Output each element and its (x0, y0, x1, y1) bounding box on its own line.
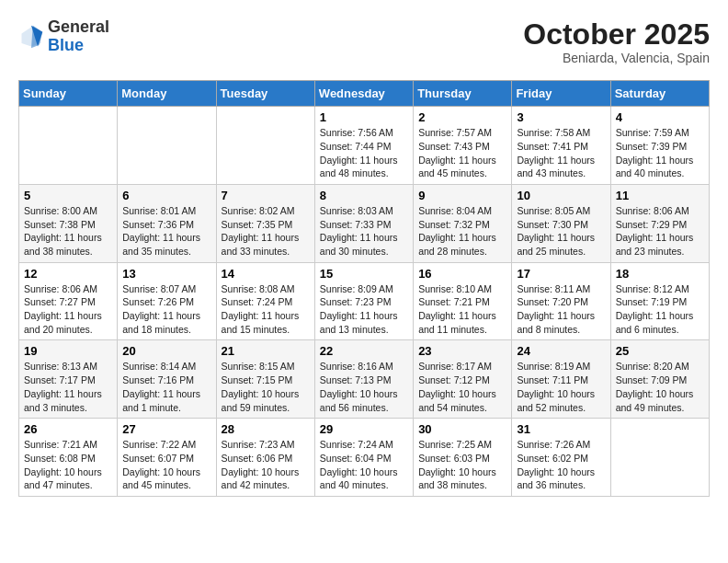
calendar-cell: 6Sunrise: 8:01 AMSunset: 7:36 PMDaylight… (118, 184, 216, 262)
day-number: 31 (517, 422, 605, 436)
logo-general: General (48, 18, 109, 37)
calendar-cell: 15Sunrise: 8:09 AMSunset: 7:23 PMDayligh… (314, 262, 413, 340)
calendar-cell: 13Sunrise: 8:07 AMSunset: 7:26 PMDayligh… (118, 262, 216, 340)
cell-info: Sunrise: 8:16 AMSunset: 7:13 PMDaylight:… (320, 360, 408, 414)
calendar-cell: 26Sunrise: 7:21 AMSunset: 6:08 PMDayligh… (19, 419, 118, 497)
logo: General Blue (18, 18, 109, 55)
cell-info: Sunrise: 7:59 AMSunset: 7:39 PMDaylight:… (616, 126, 704, 180)
cell-info: Sunrise: 8:19 AMSunset: 7:11 PMDaylight:… (517, 360, 605, 414)
day-number: 20 (122, 344, 210, 358)
day-number: 29 (320, 422, 408, 436)
calendar-cell: 7Sunrise: 8:02 AMSunset: 7:35 PMDaylight… (216, 184, 314, 262)
cell-info: Sunrise: 7:22 AMSunset: 6:07 PMDaylight:… (122, 438, 210, 492)
day-number: 8 (320, 189, 408, 202)
day-number: 7 (222, 189, 310, 202)
day-number: 3 (517, 110, 605, 124)
cell-info: Sunrise: 8:07 AMSunset: 7:26 PMDaylight:… (122, 282, 210, 337)
cell-info: Sunrise: 7:57 AMSunset: 7:43 PMDaylight:… (418, 126, 506, 180)
day-number: 30 (418, 422, 506, 436)
day-number: 5 (24, 189, 112, 202)
header-row: SundayMondayTuesdayWednesdayThursdayFrid… (19, 81, 710, 107)
calendar-cell: 30Sunrise: 7:25 AMSunset: 6:03 PMDayligh… (414, 419, 512, 497)
cell-info: Sunrise: 8:15 AMSunset: 7:15 PMDaylight:… (222, 360, 310, 414)
calendar-week-row: 26Sunrise: 7:21 AMSunset: 6:08 PMDayligh… (19, 419, 710, 497)
day-number: 19 (24, 344, 112, 358)
calendar-cell: 3Sunrise: 7:58 AMSunset: 7:41 PMDaylight… (512, 107, 610, 185)
cell-info: Sunrise: 8:17 AMSunset: 7:12 PMDaylight:… (418, 360, 506, 414)
calendar-week-row: 19Sunrise: 8:13 AMSunset: 7:17 PMDayligh… (19, 340, 710, 419)
calendar-cell: 23Sunrise: 8:17 AMSunset: 7:12 PMDayligh… (414, 340, 512, 419)
calendar-cell: 1Sunrise: 7:56 AMSunset: 7:44 PMDaylight… (314, 107, 413, 185)
cell-info: Sunrise: 8:10 AMSunset: 7:21 PMDaylight:… (418, 282, 506, 337)
day-number: 6 (122, 189, 210, 202)
day-of-week-header: Friday (512, 81, 610, 107)
cell-info: Sunrise: 8:06 AMSunset: 7:29 PMDaylight:… (616, 204, 704, 259)
day-number: 23 (418, 344, 506, 358)
cell-info: Sunrise: 8:02 AMSunset: 7:35 PMDaylight:… (222, 204, 310, 259)
calendar-header: SundayMondayTuesdayWednesdayThursdayFrid… (19, 81, 710, 107)
day-number: 26 (24, 422, 112, 436)
day-number: 13 (122, 267, 210, 281)
day-number: 4 (616, 110, 704, 124)
calendar-week-row: 12Sunrise: 8:06 AMSunset: 7:27 PMDayligh… (19, 262, 710, 340)
calendar-cell: 29Sunrise: 7:24 AMSunset: 6:04 PMDayligh… (314, 419, 413, 497)
day-number: 15 (320, 267, 408, 281)
calendar-cell: 11Sunrise: 8:06 AMSunset: 7:29 PMDayligh… (610, 184, 709, 262)
day-number: 28 (222, 422, 310, 436)
day-number: 9 (418, 189, 506, 202)
calendar-table: SundayMondayTuesdayWednesdayThursdayFrid… (18, 80, 710, 497)
title-block: October 2025 Beniarda, Valencia, Spain (523, 18, 710, 65)
day-of-week-header: Thursday (414, 81, 512, 107)
calendar-cell: 24Sunrise: 8:19 AMSunset: 7:11 PMDayligh… (512, 340, 610, 419)
cell-info: Sunrise: 8:05 AMSunset: 7:30 PMDaylight:… (517, 204, 605, 259)
day-of-week-header: Monday (118, 81, 216, 107)
day-number: 21 (222, 344, 310, 358)
cell-info: Sunrise: 8:00 AMSunset: 7:38 PMDaylight:… (24, 204, 112, 259)
day-of-week-header: Tuesday (216, 81, 314, 107)
day-number: 17 (517, 267, 605, 281)
day-number: 11 (616, 189, 704, 202)
day-number: 18 (616, 267, 704, 281)
day-number: 27 (122, 422, 210, 436)
cell-info: Sunrise: 7:24 AMSunset: 6:04 PMDaylight:… (320, 438, 408, 492)
day-number: 16 (418, 267, 506, 281)
calendar-cell: 19Sunrise: 8:13 AMSunset: 7:17 PMDayligh… (19, 340, 118, 419)
calendar-cell: 17Sunrise: 8:11 AMSunset: 7:20 PMDayligh… (512, 262, 610, 340)
cell-info: Sunrise: 7:26 AMSunset: 6:02 PMDaylight:… (517, 438, 605, 492)
cell-info: Sunrise: 7:25 AMSunset: 6:03 PMDaylight:… (418, 438, 506, 492)
cell-info: Sunrise: 8:20 AMSunset: 7:09 PMDaylight:… (616, 360, 704, 414)
day-number: 24 (517, 344, 605, 358)
calendar-cell: 9Sunrise: 8:04 AMSunset: 7:32 PMDaylight… (414, 184, 512, 262)
day-number: 2 (418, 110, 506, 124)
page-header: General Blue October 2025 Beniarda, Vale… (18, 18, 710, 65)
day-number: 1 (320, 110, 408, 124)
cell-info: Sunrise: 8:11 AMSunset: 7:20 PMDaylight:… (517, 282, 605, 337)
calendar-cell: 16Sunrise: 8:10 AMSunset: 7:21 PMDayligh… (414, 262, 512, 340)
day-of-week-header: Saturday (610, 81, 709, 107)
cell-info: Sunrise: 8:13 AMSunset: 7:17 PMDaylight:… (24, 360, 112, 414)
cell-info: Sunrise: 7:58 AMSunset: 7:41 PMDaylight:… (517, 126, 605, 180)
calendar-cell: 18Sunrise: 8:12 AMSunset: 7:19 PMDayligh… (610, 262, 709, 340)
calendar-cell (216, 107, 314, 185)
day-number: 22 (320, 344, 408, 358)
calendar-cell: 31Sunrise: 7:26 AMSunset: 6:02 PMDayligh… (512, 419, 610, 497)
day-number: 25 (616, 344, 704, 358)
cell-info: Sunrise: 8:04 AMSunset: 7:32 PMDaylight:… (418, 204, 506, 259)
day-number: 10 (517, 189, 605, 202)
logo-icon (18, 24, 44, 50)
calendar-cell (19, 107, 118, 185)
calendar-week-row: 5Sunrise: 8:00 AMSunset: 7:38 PMDaylight… (19, 184, 710, 262)
calendar-cell (610, 419, 709, 497)
calendar-cell: 25Sunrise: 8:20 AMSunset: 7:09 PMDayligh… (610, 340, 709, 419)
calendar-cell: 10Sunrise: 8:05 AMSunset: 7:30 PMDayligh… (512, 184, 610, 262)
calendar-cell: 5Sunrise: 8:00 AMSunset: 7:38 PMDaylight… (19, 184, 118, 262)
calendar-cell: 8Sunrise: 8:03 AMSunset: 7:33 PMDaylight… (314, 184, 413, 262)
cell-info: Sunrise: 8:12 AMSunset: 7:19 PMDaylight:… (616, 282, 704, 337)
calendar-cell: 27Sunrise: 7:22 AMSunset: 6:07 PMDayligh… (118, 419, 216, 497)
cell-info: Sunrise: 8:09 AMSunset: 7:23 PMDaylight:… (320, 282, 408, 337)
calendar-cell: 14Sunrise: 8:08 AMSunset: 7:24 PMDayligh… (216, 262, 314, 340)
day-of-week-header: Wednesday (314, 81, 413, 107)
calendar-cell: 2Sunrise: 7:57 AMSunset: 7:43 PMDaylight… (414, 107, 512, 185)
calendar-cell (118, 107, 216, 185)
cell-info: Sunrise: 8:06 AMSunset: 7:27 PMDaylight:… (24, 282, 112, 337)
